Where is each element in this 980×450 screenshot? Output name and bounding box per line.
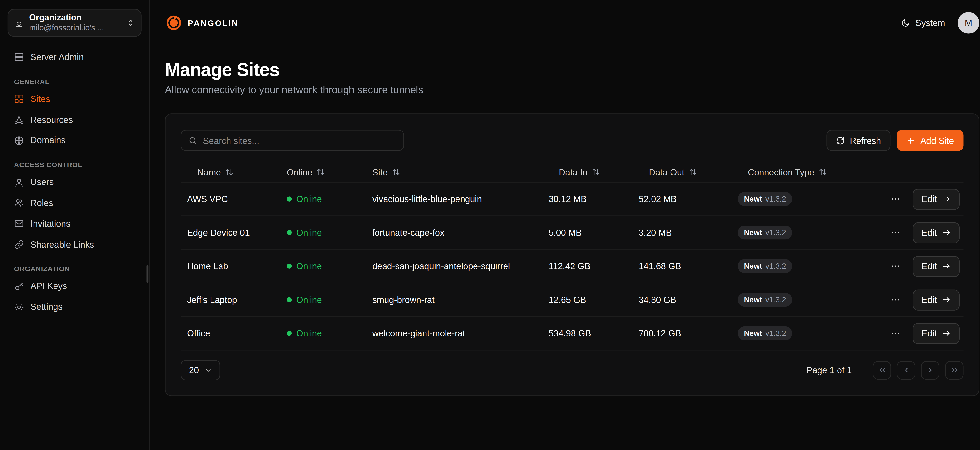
page-subtitle: Allow connectivity to your network throu… <box>165 84 979 95</box>
search-input[interactable] <box>203 135 396 146</box>
column-header-connection-type[interactable]: Connection Type <box>738 167 872 177</box>
first-page-button[interactable] <box>873 361 891 379</box>
column-header-site[interactable]: Site <box>372 167 549 177</box>
data-in-cell: 12.65 GB <box>549 295 639 305</box>
data-in-cell: 30.12 MB <box>549 194 639 204</box>
edit-button[interactable]: Edit <box>913 256 959 277</box>
sidebar-item-sites[interactable]: Sites <box>8 89 142 109</box>
table-row: AWS VPC Online vivacious-little-blue-pen… <box>181 182 963 216</box>
waypoints-icon <box>14 115 24 125</box>
page-size-select[interactable]: 20 <box>181 360 220 380</box>
sort-icon <box>225 168 234 176</box>
sidebar-item-label: Users <box>30 177 54 187</box>
sidebar-scrollbar[interactable] <box>146 265 149 283</box>
data-out-cell: 141.68 GB <box>639 261 738 271</box>
site-name-cell: Home Lab <box>181 261 286 271</box>
data-in-cell: 5.00 MB <box>549 228 639 238</box>
sites-table: Name Online Site Data In <box>181 162 963 350</box>
table-row: Home Lab Online dead-san-joaquin-antelop… <box>181 250 963 284</box>
column-header-name[interactable]: Name <box>181 167 286 177</box>
sidebar-item-server-admin[interactable]: Server Admin <box>8 47 142 68</box>
row-actions: Edit <box>872 323 964 344</box>
status-badge: Online <box>296 228 322 238</box>
connection-badge: Newtv1.3.2 <box>738 293 792 307</box>
sidebar-item-label: Settings <box>30 302 62 312</box>
theme-toggle-button[interactable]: System <box>901 18 945 28</box>
org-selector-text: Organization milo@fossorial.io's ... <box>29 13 121 33</box>
grid-icon <box>14 94 24 104</box>
org-selector[interactable]: Organization milo@fossorial.io's ... <box>8 9 142 36</box>
table-row: Edge Device 01 Online fortunate-cape-fox… <box>181 216 963 250</box>
row-menu-button[interactable] <box>888 326 902 340</box>
connection-badge: Newtv1.3.2 <box>738 259 792 273</box>
row-menu-button[interactable] <box>888 226 902 239</box>
link-icon <box>14 239 24 250</box>
connection-type-cell: Newtv1.3.2 <box>738 293 872 307</box>
connection-type-cell: Newtv1.3.2 <box>738 259 872 273</box>
site-id-cell: dead-san-joaquin-antelope-squirrel <box>372 261 549 271</box>
online-dot-icon <box>287 230 292 235</box>
pagination: Page 1 of 1 <box>807 361 963 379</box>
edit-button[interactable]: Edit <box>913 222 959 243</box>
row-menu-button[interactable] <box>888 259 902 273</box>
chevrons-right-icon <box>950 366 959 374</box>
sidebar: Organization milo@fossorial.io's ... Ser… <box>0 0 150 450</box>
server-icon <box>14 52 24 62</box>
sidebar-item-users[interactable]: Users <box>8 172 142 193</box>
users-icon <box>14 198 24 208</box>
user-icon <box>14 177 24 187</box>
row-menu-button[interactable] <box>888 293 902 307</box>
data-in-cell: 534.98 GB <box>549 328 639 338</box>
site-id-cell: welcome-giant-mole-rat <box>372 328 549 338</box>
toolbar-actions: Refresh Add Site <box>827 130 964 151</box>
sidebar-item-roles[interactable]: Roles <box>8 193 142 214</box>
row-actions: Edit <box>872 256 964 277</box>
data-in-cell: 112.42 GB <box>549 261 639 271</box>
sidebar-item-shareable-links[interactable]: Shareable Links <box>8 234 142 255</box>
last-page-button[interactable] <box>945 361 964 379</box>
sidebar-item-domains[interactable]: Users Domains <box>8 130 142 151</box>
column-header-data-out[interactable]: Data Out <box>639 167 738 177</box>
chevrons-up-down-icon <box>126 18 135 27</box>
add-site-button[interactable]: Add Site <box>897 130 964 151</box>
table-footer: 20 Page 1 of 1 <box>181 360 963 380</box>
theme-toggle-label: System <box>915 18 945 28</box>
section-label-access-control: ACCESS CONTROL <box>14 161 135 169</box>
app-root: Organization milo@fossorial.io's ... Ser… <box>0 0 980 450</box>
online-dot-icon <box>287 196 292 201</box>
row-menu-button[interactable] <box>888 192 902 206</box>
edit-button[interactable]: Edit <box>913 189 959 209</box>
column-header-data-in[interactable]: Data In <box>549 167 639 177</box>
column-header-online[interactable]: Online <box>287 167 372 177</box>
gear-icon <box>14 302 24 312</box>
sidebar-item-label: Invitations <box>30 219 70 229</box>
table-row: Jeff's Laptop Online smug-brown-rat 12.6… <box>181 283 963 317</box>
refresh-button[interactable]: Refresh <box>827 130 891 151</box>
site-id-cell: smug-brown-rat <box>372 295 549 305</box>
connection-type-cell: Newtv1.3.2 <box>738 192 872 206</box>
ellipsis-icon <box>891 261 900 271</box>
ellipsis-icon <box>891 194 900 204</box>
sidebar-item-resources[interactable]: Resources <box>8 109 142 130</box>
edit-button[interactable]: Edit <box>913 323 959 344</box>
prev-page-button[interactable] <box>897 361 915 379</box>
sidebar-item-invitations[interactable]: Invitations <box>8 214 142 234</box>
online-dot-icon <box>287 331 292 336</box>
edit-button[interactable]: Edit <box>913 289 959 310</box>
row-actions: Edit <box>872 189 964 209</box>
sort-icon <box>317 168 325 176</box>
site-id-cell: fortunate-cape-fox <box>372 228 549 238</box>
arrow-right-icon <box>942 228 951 237</box>
avatar[interactable]: M <box>958 12 979 33</box>
sidebar-item-api-keys[interactable]: API Keys <box>8 276 142 297</box>
site-name-cell: Jeff's Laptop <box>181 295 286 305</box>
site-id-cell: vivacious-little-blue-penguin <box>372 194 549 204</box>
sort-icon <box>392 168 400 176</box>
page-content: Manage Sites Allow connectivity to your … <box>150 46 980 396</box>
sidebar-item-settings[interactable]: Settings <box>8 297 142 317</box>
status-badge: Online <box>296 194 322 204</box>
row-actions: Edit <box>872 222 964 243</box>
ellipsis-icon <box>891 295 900 305</box>
page-size-value: 20 <box>189 365 199 375</box>
next-page-button[interactable] <box>921 361 939 379</box>
